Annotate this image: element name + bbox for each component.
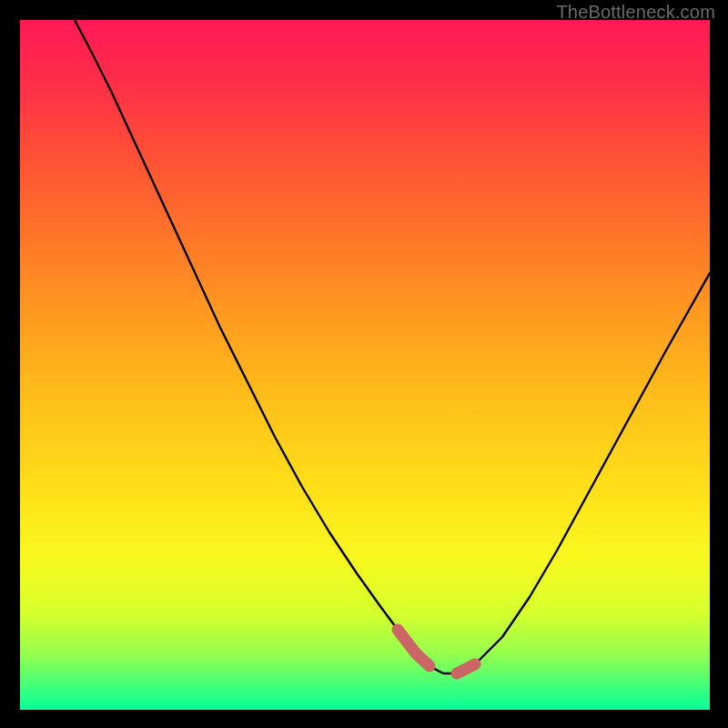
chart-background bbox=[20, 20, 710, 710]
chart-svg bbox=[20, 20, 710, 710]
watermark-text: TheBottleneck.com bbox=[556, 2, 715, 23]
bottleneck-chart bbox=[20, 20, 710, 710]
valley-right-highlight bbox=[457, 664, 475, 673]
